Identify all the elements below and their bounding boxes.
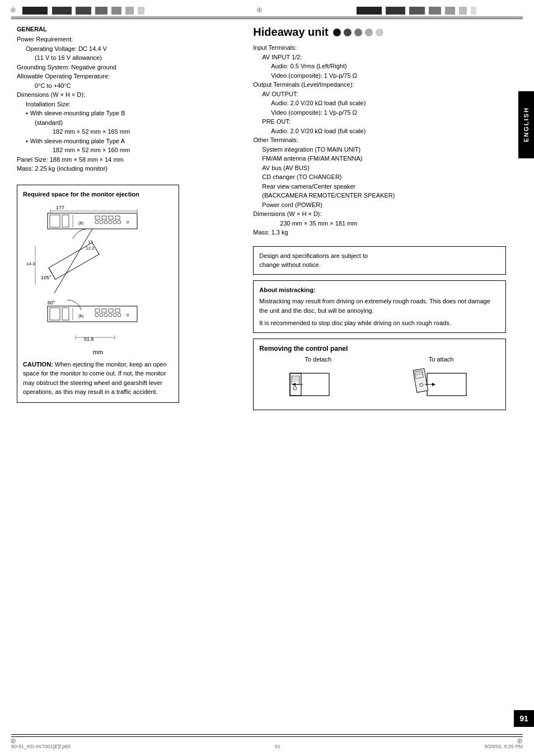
caution-text: CAUTION: When ejecting the monitor, keep…	[23, 360, 173, 397]
diagram-title: Required space for the monitor ejection	[23, 191, 173, 198]
svg-rect-10	[109, 216, 113, 219]
bottom-right-text: 9/28/04, 9:25 PM	[484, 744, 523, 749]
audio-input: Audio: 0.5 Vrms (Left/Right)	[271, 62, 506, 71]
spec-install-label: Installation Size:	[26, 100, 242, 109]
english-tab: ENGLISH	[518, 91, 534, 158]
hideaway-specs: Input Terminals: AV INPUT 1/2: Audio: 0.…	[253, 43, 506, 237]
spec-type-b-dim: 182 mm × 52 mm × 165 mm	[53, 127, 242, 137]
svg-text:(B): (B)	[78, 221, 83, 226]
svg-rect-29	[48, 306, 137, 322]
detach-col: To detach	[259, 356, 377, 404]
svg-point-13	[100, 220, 103, 224]
svg-point-55	[293, 387, 297, 390]
svg-rect-34	[102, 309, 106, 312]
dot-3	[354, 29, 362, 36]
svg-point-12	[95, 220, 99, 224]
general-section: GENERAL Power Requirement: Operating Vol…	[17, 26, 242, 173]
mm-label: mm	[23, 349, 173, 355]
mistracking-text2: It is recommended to stop disc play whil…	[259, 318, 500, 328]
video-input: Video (composite): 1 Vp-p/75 Ω	[271, 71, 506, 81]
spec-grounding: Grounding System: Negative ground	[17, 63, 242, 72]
spec-power-req: Power Requirement:	[17, 35, 242, 44]
spec-dim-label: Dimensions (W × H × D):	[17, 90, 242, 100]
output-terminals-label: Output Terminals (Level/Impedance):	[253, 80, 506, 90]
general-specs: Power Requirement: Operating Voltage: DC…	[17, 35, 242, 173]
attach-col: To attach	[382, 356, 500, 404]
hideaway-section: Hideaway unit Input Terminals: AV INPUT …	[253, 26, 506, 237]
svg-text:105°: 105°	[41, 275, 51, 280]
notice-text2: change without notice.	[259, 260, 500, 270]
other4: CD changer (TO CHANGER)	[262, 172, 506, 182]
spec-type-a: •With sleeve-mounting plate Type A	[26, 137, 242, 146]
svg-rect-11	[115, 216, 120, 219]
svg-text:14.3: 14.3	[26, 261, 35, 266]
hideaway-dim-label: Dimensions (W × H × D):	[253, 209, 506, 219]
svg-rect-30	[50, 308, 60, 320]
svg-rect-33	[95, 309, 100, 312]
svg-point-43	[127, 314, 129, 316]
diagram-svg: 177	[23, 201, 173, 346]
mistracking-text1: Mistracking may result from driving on e…	[259, 297, 500, 315]
other3: AV bus (AV BUS)	[262, 163, 506, 173]
svg-point-39	[104, 313, 107, 317]
hideaway-mass: Mass: 1.3 kg	[253, 228, 506, 237]
svg-point-14	[104, 220, 107, 224]
spec-type-a-dim: 182 mm × 52 mm × 160 mm	[53, 145, 242, 155]
svg-rect-4	[48, 213, 137, 229]
attach-diagram	[410, 365, 472, 404]
hideaway-dim-value: 230 mm × 35 mm × 181 mm	[280, 219, 506, 228]
svg-point-16	[113, 220, 116, 224]
pre-out-label: PRE OUT:	[262, 117, 506, 126]
spec-mass: Mass: 2.25 kg (including monitor)	[17, 164, 242, 173]
svg-rect-5	[50, 215, 60, 227]
other5b: (BACKCAMERA REMOTE/CENTER SPEAKER)	[262, 191, 506, 200]
svg-point-40	[109, 313, 112, 317]
spec-temp-label: Allowable Operating Temperature:	[17, 72, 242, 81]
attach-label: To attach	[429, 356, 454, 363]
other1: System integration (TO MAIN UNIT)	[262, 145, 506, 154]
hideaway-dots	[333, 29, 383, 36]
spec-voltage: Operating Voltage: DC 14.4 V	[26, 44, 242, 54]
svg-point-38	[100, 313, 103, 317]
control-panel-cols: To detach	[259, 356, 500, 404]
spec-temp-range: 0°C to +40°C	[35, 81, 242, 91]
detach-diagram	[287, 365, 349, 404]
other6: Power cord (POWER)	[262, 200, 506, 210]
control-panel-title: Removing the control panel	[259, 345, 500, 353]
svg-point-41	[113, 313, 116, 317]
svg-text:60°: 60°	[48, 300, 55, 306]
page-number: 91	[514, 710, 534, 727]
svg-point-15	[109, 220, 112, 224]
svg-rect-31	[62, 308, 69, 320]
svg-text:177: 177	[56, 205, 64, 210]
notice-box: Design and specifications are subject to…	[253, 246, 506, 275]
svg-text:12.2: 12.2	[86, 246, 95, 251]
ejection-diagram-svg: 177	[25, 201, 171, 346]
spec-voltage-range: (11 V to 16 V allowance)	[35, 53, 242, 63]
av-input-label: AV INPUT 1/2:	[262, 53, 506, 62]
svg-rect-51	[292, 376, 299, 384]
spec-type-b: •With sleeve-mounting plate Type B	[26, 109, 242, 118]
svg-text:51.8: 51.8	[84, 336, 94, 342]
dot-4	[365, 29, 373, 36]
other-terminals-label: Other Terminals:	[253, 135, 506, 145]
video-output: Video (composite): 1 Vp-p/75 Ω	[271, 108, 506, 118]
svg-point-37	[95, 313, 99, 317]
svg-text:(B): (B)	[78, 314, 83, 318]
svg-rect-35	[109, 309, 113, 312]
svg-rect-8	[95, 216, 100, 219]
bottom-left-text: 80-91_KD-AV7001[E]f.p65	[11, 744, 71, 749]
av-output-label: AV OUTPUT:	[262, 90, 506, 99]
mistracking-title: About mistracking:	[259, 285, 500, 295]
svg-rect-6	[62, 215, 69, 227]
caution-label: CAUTION:	[23, 361, 53, 368]
dot-2	[344, 29, 352, 36]
detach-label: To detach	[305, 356, 331, 363]
pre-out-audio: Audio: 2.0 V/20 kΩ load (full scale)	[271, 126, 506, 136]
bottom-bar: 80-91_KD-AV7001[E]f.p65 91 9/28/04, 9:25…	[0, 744, 534, 749]
spec-panel: Panel Size: 188 mm × 58 mm × 14 mm	[17, 155, 242, 165]
mistracking-box: About mistracking: Mistracking may resul…	[253, 280, 506, 333]
svg-point-17	[118, 220, 121, 224]
other2: FM/AM antenna (FM/AM ANTENNA)	[262, 154, 506, 163]
dot-5	[376, 29, 383, 36]
